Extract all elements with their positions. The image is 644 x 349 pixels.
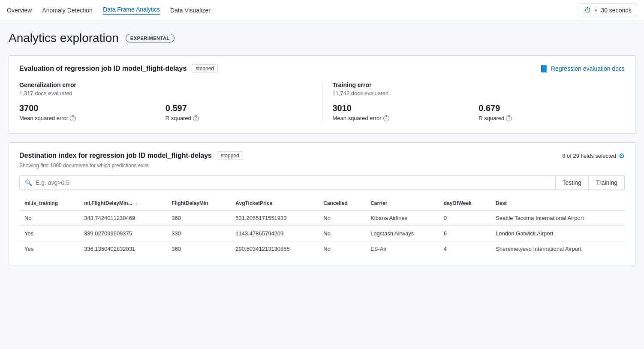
evaluation-card-title: Evaluation of regression job ID model_fl…	[19, 65, 187, 72]
training-section: Training error 11,742 docs evaluated 301…	[333, 81, 625, 121]
destination-card-header: Destination index for regression job ID …	[19, 151, 625, 168]
nav-data-frame-analytics[interactable]: Data Frame Analytics	[103, 6, 160, 15]
cell-dow-2: 4	[439, 241, 491, 257]
cell-atp-0: 531.2065171551933	[230, 210, 318, 226]
destination-card: Destination index for regression job ID …	[9, 142, 635, 265]
train-rsquared-label: R squared ?	[478, 115, 625, 121]
cell-ml-is-training-0: No	[19, 210, 79, 226]
generalization-section: Generalization error 1,317 docs evaluate…	[19, 81, 312, 121]
page-header: Analytics exploration EXPERIMENTAL	[9, 31, 635, 45]
nav-links: Overview Anomaly Detection Data Frame An…	[7, 6, 211, 15]
col-cancelled: Cancelled	[318, 197, 365, 210]
nav-overview[interactable]: Overview	[7, 7, 32, 14]
settings-icon[interactable]: ⚙	[619, 152, 625, 160]
table-row: Yes 336.1350402832031 360 290.5034121313…	[19, 241, 625, 257]
evaluation-status-badge: stopped	[192, 64, 218, 73]
time-picker[interactable]: ⏱ ▾ 30 seconds	[579, 3, 637, 17]
col-ml-flight-delay-min[interactable]: ml.FlightDelayMin... ↓	[79, 197, 166, 210]
train-mse-value: 3010	[333, 103, 479, 113]
cell-cancelled-0: No	[318, 210, 365, 226]
col-carrier: Carrier	[365, 197, 438, 210]
metrics-row: Generalization error 1,317 docs evaluate…	[19, 81, 625, 121]
regression-docs-label: Regression evaluation docs	[551, 65, 625, 72]
cell-dest-0: Seattle Tacoma International Airport	[491, 210, 625, 226]
table-row: No 343.7424011230469 360 531.20651715519…	[19, 210, 625, 226]
search-icon: 🔍	[25, 179, 32, 186]
cell-ml-fdm-0: 343.7424011230469	[79, 210, 166, 226]
train-mse-metric: 3010 Mean squared error ?	[333, 103, 479, 121]
page-content: Analytics exploration EXPERIMENTAL Evalu…	[0, 21, 644, 349]
table-header: ml.is_training ml.FlightDelayMin... ↓ Fl…	[19, 197, 625, 210]
clock-icon: ⏱	[584, 6, 591, 14]
cell-fdm-0: 360	[166, 210, 230, 226]
destination-status-badge: stopped	[217, 151, 243, 160]
col-ml-is-training: ml.is_training	[19, 197, 79, 210]
cell-ml-fdm-1: 339.027099609375	[79, 226, 166, 241]
cell-ml-fdm-2: 336.1350402832031	[79, 241, 166, 257]
gen-rsquared-help-icon[interactable]: ?	[193, 115, 199, 121]
data-table: ml.is_training ml.FlightDelayMin... ↓ Fl…	[19, 197, 625, 256]
fields-selected-text: 8 of 29 fields selected	[562, 153, 616, 159]
generalization-label: Generalization error	[19, 81, 312, 88]
col-flight-delay-min: FlightDelayMin	[166, 197, 230, 210]
training-sublabel: 11,742 docs evaluated	[333, 90, 625, 96]
cell-ml-is-training-1: Yes	[19, 226, 79, 241]
nav-anomaly-detection[interactable]: Anomaly Detection	[42, 7, 93, 14]
gen-mse-metric: 3700 Mean squared error ?	[19, 103, 166, 121]
cell-fdm-1: 330	[166, 226, 230, 241]
train-mse-help-icon[interactable]: ?	[383, 115, 389, 121]
col-dest: Dest	[491, 197, 625, 210]
page-title: Analytics exploration	[9, 31, 119, 45]
table-header-row: ml.is_training ml.FlightDelayMin... ↓ Fl…	[19, 197, 625, 210]
cell-dow-0: 0	[439, 210, 491, 226]
training-label: Training error	[333, 81, 625, 88]
search-box[interactable]: 🔍	[19, 175, 556, 190]
cell-fdm-2: 360	[166, 241, 230, 257]
book-icon: 📘	[540, 65, 548, 73]
regression-docs-link[interactable]: 📘 Regression evaluation docs	[540, 65, 625, 73]
cell-atp-1: 1143.47865794209	[230, 226, 318, 241]
cell-carrier-0: Kibana Airlines	[365, 210, 438, 226]
gen-mse-help-icon[interactable]: ?	[70, 115, 76, 121]
table-body: No 343.7424011230469 360 531.20651715519…	[19, 210, 625, 256]
destination-title-left: Destination index for regression job ID …	[19, 151, 243, 160]
cell-dow-1: 6	[439, 226, 491, 241]
cell-cancelled-1: No	[318, 226, 365, 241]
destination-title-row: Destination index for regression job ID …	[19, 151, 625, 160]
gen-mse-label: Mean squared error ?	[19, 115, 166, 121]
filter-buttons: Testing Training	[556, 175, 625, 190]
train-rsquared-value: 0.679	[478, 103, 625, 113]
cell-carrier-1: Logstash Airways	[365, 226, 438, 241]
metrics-divider	[322, 81, 322, 121]
cell-carrier-2: ES-Air	[365, 241, 438, 257]
time-picker-value: 30 seconds	[601, 7, 632, 14]
cell-dest-1: London Gatwick Airport	[491, 226, 625, 241]
gen-rsquared-value: 0.597	[166, 103, 312, 113]
evaluation-title-row: Evaluation of regression job ID model_fl…	[19, 64, 218, 73]
showing-docs-text: Showing first 1000 documents for which p…	[19, 162, 625, 168]
train-rsquared-metric: 0.679 R squared ?	[478, 103, 625, 121]
train-rsquared-help-icon[interactable]: ?	[506, 115, 512, 121]
col-day-of-week: dayOfWeek	[439, 197, 491, 210]
col-avg-ticket-price: AvgTicketPrice	[230, 197, 318, 210]
gen-rsquared-label: R squared ?	[166, 115, 312, 121]
nav-data-visualizer[interactable]: Data Visualizer	[170, 7, 211, 14]
training-metrics: 3010 Mean squared error ? 0.679 R square…	[333, 103, 625, 121]
gen-mse-value: 3700	[19, 103, 166, 113]
chevron-down-icon: ▾	[595, 8, 597, 13]
training-filter-button[interactable]: Training	[589, 175, 625, 190]
fields-selected: 8 of 29 fields selected ⚙	[562, 152, 625, 160]
generalization-sublabel: 1,317 docs evaluated	[19, 90, 312, 96]
top-navigation: Overview Anomaly Detection Data Frame An…	[0, 0, 644, 21]
search-input[interactable]	[36, 179, 550, 186]
train-mse-label: Mean squared error ?	[333, 115, 479, 121]
table-row: Yes 339.027099609375 330 1143.4786579420…	[19, 226, 625, 241]
cell-dest-2: Sheremetyevo International Airport	[491, 241, 625, 257]
testing-filter-button[interactable]: Testing	[556, 175, 589, 190]
evaluation-card-header: Evaluation of regression job ID model_fl…	[19, 64, 625, 73]
cell-ml-is-training-2: Yes	[19, 241, 79, 257]
destination-card-title: Destination index for regression job ID …	[19, 152, 212, 159]
search-filter-row: 🔍 Testing Training	[19, 175, 625, 190]
generalization-metrics: 3700 Mean squared error ? 0.597 R square…	[19, 103, 312, 121]
evaluation-card: Evaluation of regression job ID model_fl…	[9, 55, 635, 134]
